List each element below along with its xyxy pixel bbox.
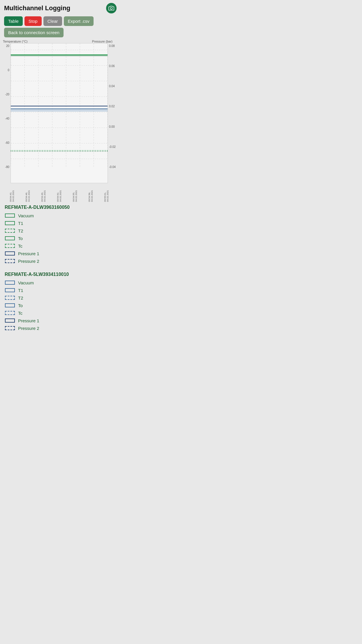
legend-label-vacuum-1: Vacuum: [18, 213, 34, 218]
legend-icon-tc-1: [5, 243, 15, 249]
legend-icon-t2-2: [5, 295, 15, 300]
back-button[interactable]: Back to connection screen: [4, 28, 64, 37]
legend-icon-vacuum-2: [5, 280, 15, 285]
legend-item-t1-1: T1: [5, 220, 116, 226]
legend-item-t2-1: T2: [5, 228, 116, 233]
device2-legend: REFMATE-A-5LW3934110010 Vacuum T1 T2 To …: [0, 269, 121, 336]
y-axis-right: 0.08 0.06 0.04 0.02 0.00 -0.02 -0.04: [108, 43, 118, 183]
camera-icon: [108, 6, 114, 11]
y-axis-left: 20 0 -20 -40 -60 -80: [2, 43, 10, 183]
x-label-0: 09:54:43, 04.02.2021: [9, 184, 15, 202]
legend-item-tc-2: Tc: [5, 310, 116, 316]
x-axis-labels: 09:54:43, 04.02.2021 09:54:46, 04.02.202…: [9, 183, 109, 202]
legend-item-to-2: To: [5, 303, 116, 308]
legend-label-pressure2-2: Pressure 2: [18, 326, 39, 331]
legend-icon-t2-1: [5, 228, 15, 233]
x-label-6: 09:55:01, 04.02.2021: [104, 184, 109, 202]
legend-label-t2-1: T2: [18, 228, 23, 233]
legend-icon-t1-2: [5, 288, 15, 293]
chart-area: 20 0 -20 -40 -60 -80: [0, 43, 121, 202]
legend-label-t2-2: T2: [18, 295, 23, 300]
x-label-4: 09:54:55, 04.02.2021: [72, 184, 78, 202]
legend-label-t1-2: T1: [18, 288, 23, 293]
device2-title: REFMATE-A-5LW3934110010: [5, 272, 116, 277]
legend-item-t2-2: T2: [5, 295, 116, 300]
legend-icon-to-1: [5, 236, 15, 241]
legend-label-vacuum-2: Vacuum: [18, 280, 34, 285]
legend-item-pressure2-1: Pressure 2: [5, 258, 116, 264]
legend-label-tc-1: Tc: [18, 244, 22, 249]
toolbar: Table Stop Clear Export .csv Back to con…: [0, 15, 121, 40]
clear-button[interactable]: Clear: [43, 16, 62, 26]
chart-svg-area: [10, 43, 108, 183]
y-right-label: Pressure (bar): [92, 40, 113, 43]
legend-label-pressure1-1: Pressure 1: [18, 251, 39, 256]
x-label-1: 09:54:46, 04.02.2021: [25, 184, 30, 202]
legend-icon-pressure2-1: [5, 258, 15, 264]
legend-icon-pressure2-2: [5, 326, 15, 331]
legend-label-tc-2: Tc: [18, 311, 22, 316]
export-button[interactable]: Export .csv: [64, 16, 94, 26]
x-label-5: 09:54:58, 04.02.2021: [88, 184, 93, 202]
y-left-label: Temperature (°C): [3, 40, 27, 43]
legend-label-t1-1: T1: [18, 221, 23, 226]
table-button[interactable]: Table: [4, 16, 23, 26]
legend-item-pressure2-2: Pressure 2: [5, 326, 116, 331]
legend-icon-t1-1: [5, 220, 15, 226]
legend-label-to-2: To: [18, 303, 23, 308]
chart-axis-labels: Temperature (°C) Pressure (bar): [0, 40, 121, 43]
legend-item-t1-2: T1: [5, 288, 116, 293]
legend-icon-vacuum-1: [5, 213, 15, 218]
legend-item-to-1: To: [5, 236, 116, 241]
legend-item-tc-1: Tc: [5, 243, 116, 249]
chart-svg: [10, 43, 108, 183]
legend-label-pressure1-2: Pressure 1: [18, 318, 39, 323]
legend-label-to-1: To: [18, 236, 23, 241]
legend-icon-pressure1-2: [5, 318, 15, 323]
legend-icon-pressure1-1: [5, 251, 15, 256]
legend-item-vacuum-1: Vacuum: [5, 213, 116, 218]
x-label-3: 09:54:52, 04.02.2021: [57, 184, 62, 202]
legend-item-pressure1-2: Pressure 1: [5, 318, 116, 323]
x-label-2: 09:54:49, 04.02.2021: [41, 184, 46, 202]
svg-point-0: [110, 8, 113, 10]
legend-icon-to-2: [5, 303, 15, 308]
legend-label-pressure2-1: Pressure 2: [18, 259, 39, 264]
app-title: Multichannel Logging: [4, 4, 70, 12]
legend-icon-tc-2: [5, 310, 15, 316]
chart-container: 20 0 -20 -40 -60 -80: [2, 43, 118, 183]
device1-legend: REFMATE-A-DLW3963160050 Vacuum T1 T2 To …: [0, 202, 121, 269]
device1-title: REFMATE-A-DLW3963160050: [5, 205, 116, 210]
header: Multichannel Logging: [0, 0, 121, 15]
legend-item-vacuum-2: Vacuum: [5, 280, 116, 285]
camera-button[interactable]: [106, 3, 117, 13]
legend-item-pressure1-1: Pressure 1: [5, 251, 116, 256]
stop-button[interactable]: Stop: [24, 16, 42, 26]
